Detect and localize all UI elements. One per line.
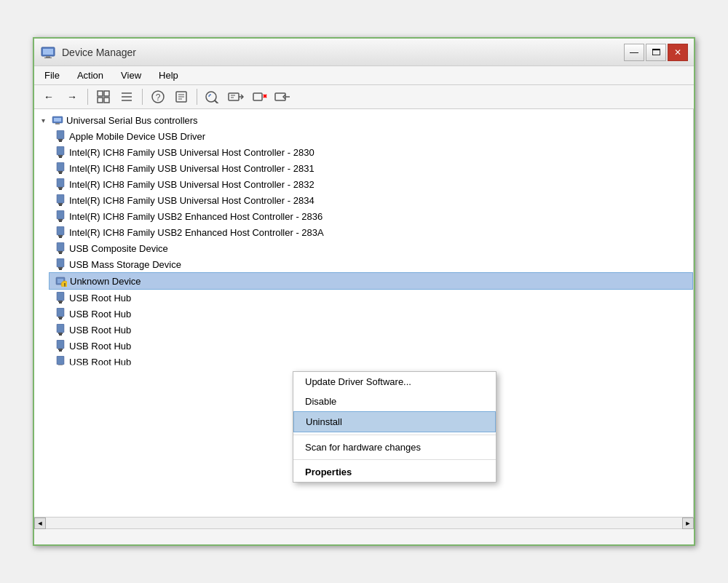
list-item[interactable]: USB Root Hub — [49, 338, 693, 354]
svg-rect-34 — [59, 172, 62, 174]
scroll-right-button[interactable]: ► — [682, 517, 694, 529]
menu-help[interactable]: Help — [151, 68, 186, 83]
svg-rect-4 — [98, 91, 103, 96]
rollback-button[interactable] — [272, 87, 293, 106]
svg-rect-67 — [58, 349, 63, 350]
toolbar-separator-2 — [142, 89, 143, 105]
svg-rect-43 — [59, 221, 62, 222]
menu-view[interactable]: View — [114, 68, 149, 83]
svg-rect-66 — [57, 340, 64, 349]
menu-file[interactable]: File — [37, 68, 67, 83]
list-item[interactable]: Intel(R) ICH8 Family USB Universal Host … — [49, 144, 693, 160]
list-item[interactable]: USB Root Hub — [49, 306, 693, 322]
list-item[interactable]: USB Root Hub — [49, 322, 693, 338]
expand-icon[interactable]: ▾ — [37, 114, 49, 126]
app-icon — [40, 44, 56, 60]
svg-rect-38 — [57, 194, 64, 203]
list-item[interactable]: USB Root Hub — [49, 290, 693, 306]
usb-device-icon — [54, 258, 67, 271]
svg-rect-1 — [43, 49, 53, 55]
svg-rect-44 — [57, 226, 64, 235]
close-button[interactable]: ✕ — [668, 44, 688, 61]
device-label: Intel(R) ICH8 Family USB Universal Host … — [69, 147, 314, 158]
svg-rect-28 — [59, 140, 62, 142]
device-view-button[interactable] — [93, 87, 114, 106]
ctx-separator-1 — [293, 435, 496, 435]
svg-rect-3 — [44, 57, 52, 58]
list-item[interactable]: USB Root Hub — [49, 354, 693, 370]
minimize-button[interactable]: — — [624, 44, 644, 61]
update-driver-button[interactable] — [226, 87, 246, 106]
svg-rect-41 — [57, 210, 64, 219]
list-item[interactable]: Intel(R) ICH8 Family USB Universal Host … — [49, 192, 693, 208]
svg-rect-71 — [59, 366, 62, 368]
svg-text:!: ! — [64, 282, 66, 287]
properties-button[interactable] — [171, 87, 191, 106]
svg-rect-60 — [57, 308, 64, 317]
device-label: USB Root Hub — [69, 309, 131, 320]
scan-button[interactable] — [202, 87, 223, 106]
svg-rect-52 — [59, 269, 62, 270]
unknown-device-item[interactable]: ! Unknown Device — [49, 272, 693, 290]
svg-rect-61 — [58, 317, 63, 318]
svg-rect-25 — [55, 123, 60, 124]
usb-device-icon — [54, 178, 67, 191]
back-button[interactable]: ← — [39, 87, 59, 106]
list-item[interactable]: Intel(R) ICH8 Family USB2 Enhanced Host … — [49, 208, 693, 224]
usb-device-icon — [54, 130, 67, 143]
device-label: Intel(R) ICH8 Family USB Universal Host … — [69, 163, 314, 174]
menu-bar: File Action View Help — [34, 66, 694, 85]
svg-rect-5 — [104, 91, 109, 96]
svg-rect-26 — [57, 130, 64, 139]
scroll-track[interactable] — [46, 517, 682, 528]
svg-rect-31 — [59, 156, 62, 158]
ctx-uninstall[interactable]: Uninstall — [293, 411, 496, 432]
svg-rect-2 — [46, 56, 50, 57]
svg-rect-45 — [58, 235, 63, 237]
svg-rect-59 — [59, 302, 62, 304]
svg-rect-40 — [59, 205, 62, 206]
usb-device-icon — [54, 162, 67, 175]
usb-controllers-category[interactable]: ▾ Universal Serial Bus controllers — [34, 112, 693, 128]
svg-rect-37 — [59, 189, 62, 190]
svg-rect-57 — [57, 292, 64, 301]
list-item[interactable]: Intel(R) ICH8 Family USB2 Enhanced Host … — [49, 224, 693, 240]
list-item[interactable]: USB Mass Storage Device — [49, 256, 693, 272]
menu-action[interactable]: Action — [70, 68, 111, 83]
horizontal-scrollbar[interactable]: ◄ ► — [34, 517, 694, 528]
list-item[interactable]: Apple Mobile Device USB Driver — [49, 128, 693, 144]
svg-rect-50 — [57, 258, 64, 267]
device-label: Apple Mobile Device USB Driver — [69, 131, 205, 142]
svg-text:?: ? — [156, 92, 161, 103]
svg-rect-18 — [229, 93, 239, 100]
svg-rect-33 — [58, 171, 63, 172]
usb-device-icon — [54, 307, 67, 320]
device-label: USB Root Hub — [69, 341, 131, 352]
restore-button[interactable]: 🗖 — [646, 44, 666, 61]
svg-rect-7 — [104, 98, 109, 103]
title-bar: Device Manager — 🗖 ✕ — [34, 39, 694, 66]
ctx-scan-hardware[interactable]: Scan for hardware changes — [293, 437, 496, 457]
usb-device-icon — [54, 146, 67, 159]
list-item[interactable]: Intel(R) ICH8 Family USB Universal Host … — [49, 160, 693, 176]
list-item[interactable]: USB Composite Device — [49, 240, 693, 256]
ctx-separator-2 — [293, 459, 496, 460]
help-button[interactable]: ? — [148, 87, 168, 106]
list-view-button[interactable] — [116, 87, 137, 106]
device-tree[interactable]: ▾ Universal Serial Bus controllers Apple… — [34, 109, 694, 517]
svg-rect-36 — [58, 187, 63, 189]
ctx-properties[interactable]: Properties — [293, 462, 496, 482]
ctx-disable[interactable]: Disable — [293, 392, 496, 411]
uninstall-button[interactable] — [249, 87, 269, 106]
svg-rect-46 — [59, 237, 62, 238]
svg-rect-35 — [57, 178, 64, 187]
device-manager-window: Device Manager — 🗖 ✕ File Action View He… — [33, 37, 695, 546]
scroll-left-button[interactable]: ◄ — [34, 517, 46, 529]
svg-rect-27 — [58, 139, 63, 140]
svg-rect-19 — [253, 93, 262, 100]
usb-device-icon — [54, 323, 67, 336]
ctx-update-driver[interactable]: Update Driver Software... — [293, 372, 496, 392]
svg-rect-49 — [59, 253, 62, 254]
list-item[interactable]: Intel(R) ICH8 Family USB Universal Host … — [49, 176, 693, 192]
forward-button[interactable]: → — [62, 87, 82, 106]
